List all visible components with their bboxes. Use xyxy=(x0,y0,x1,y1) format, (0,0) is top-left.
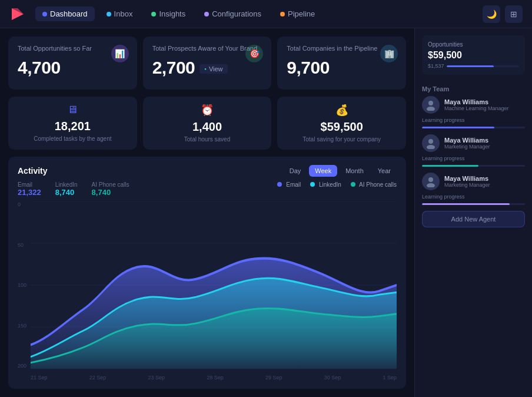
svg-point-10 xyxy=(427,145,435,149)
progress-bar-0 xyxy=(422,127,525,128)
sidebar-opportunities: Opportunities $59,500 $1,537 xyxy=(422,35,525,78)
stats-row: Total Opportunities so Far 4,700 📊 Total… xyxy=(8,37,406,90)
team-person-row-2: Maya Williams Marketing Manager xyxy=(422,173,525,190)
logo-icon xyxy=(9,6,26,22)
nav-item-insights[interactable]: Insights xyxy=(144,6,192,21)
progress-bar-1 xyxy=(422,165,525,167)
y-axis-labels: 200 150 100 50 0 xyxy=(18,201,31,369)
sidebar: Opportunities $59,500 $1,537 My Team xyxy=(414,28,532,397)
nav-dot-pipeline xyxy=(280,12,285,16)
svg-point-12 xyxy=(427,183,435,187)
period-day[interactable]: Day xyxy=(284,165,307,177)
team-info-0: Maya Williams Machine Learning Manager xyxy=(444,98,525,111)
nav-item-dashboard[interactable]: Dashboard xyxy=(35,6,95,21)
avatar-0 xyxy=(422,96,440,114)
stat-card-opportunities: Total Opportunities so Far 4,700 📊 xyxy=(8,37,137,90)
act-stat-phone: AI Phone calls 8,740 xyxy=(92,181,129,197)
svg-point-7 xyxy=(428,101,433,105)
theme-toggle-button[interactable]: 🌙 xyxy=(483,5,500,23)
my-team-section: My Team Maya Williams Machine Learning M… xyxy=(422,85,525,227)
x-axis-labels: 21 Sep 22 Sep 23 Sep 28 Sep 29 Sep 30 Se… xyxy=(31,375,397,381)
legend-linkedin: LinkedIn xyxy=(310,181,341,188)
opp-card: Opportunities $59,500 $1,537 xyxy=(422,35,525,75)
nav-item-pipeline[interactable]: Pipeline xyxy=(273,6,322,21)
stat-card-prospects: Total Prospects Aware of Your Brand 2,70… xyxy=(143,37,272,90)
metric-tasks: 🖥 18,201 Completed tasks by the agent xyxy=(8,97,137,150)
nav-dot-dashboard xyxy=(42,12,47,16)
team-person-row-0: Maya Williams Machine Learning Manager xyxy=(422,96,525,114)
tasks-icon: 🖥 xyxy=(67,104,78,116)
nav-dot-configurations xyxy=(204,12,209,16)
period-week[interactable]: Week xyxy=(309,165,337,177)
view-button[interactable]: View xyxy=(200,64,227,74)
opportunities-icon: 📊 xyxy=(111,45,129,62)
content-area: Total Opportunities so Far 4,700 📊 Total… xyxy=(0,28,414,397)
team-item-1: Maya Williams Marketing Manager Learning… xyxy=(422,134,525,167)
avatar-1 xyxy=(422,134,440,152)
period-year[interactable]: Year xyxy=(372,165,397,177)
savings-icon: 💰 xyxy=(335,104,348,117)
metrics-row: 🖥 18,201 Completed tasks by the agent ⏰ … xyxy=(8,97,406,150)
svg-point-11 xyxy=(428,177,433,182)
legend-phone: AI Phone calls xyxy=(351,181,397,188)
team-info-2: Maya Williams Marketing Manager xyxy=(444,175,525,188)
team-info-1: Maya Williams Marketing Manager xyxy=(444,137,525,150)
opp-row: $1,537 xyxy=(428,63,519,69)
notifications-button[interactable]: ⊞ xyxy=(505,5,523,23)
act-stat-email: Email 21,322 xyxy=(18,181,41,197)
period-month[interactable]: Month xyxy=(340,165,370,177)
team-person-row-1: Maya Williams Marketing Manager xyxy=(422,134,525,152)
progress-bar-2 xyxy=(422,203,525,205)
activity-header: Activity Day Week Month Year xyxy=(18,165,397,177)
nav-dot-insights xyxy=(151,12,156,16)
nav-dot-inbox xyxy=(107,12,111,16)
chart-area: 200 150 100 50 0 xyxy=(18,201,397,381)
add-agent-button[interactable]: Add New Agent xyxy=(422,211,525,227)
avatar-2 xyxy=(422,173,440,190)
stat-card-companies: Total Companies in the Pipeline 9,700 🏢 xyxy=(277,37,406,90)
act-stat-linkedin: LinkedIn 8,740 xyxy=(55,181,78,197)
nav-item-configurations[interactable]: Configurations xyxy=(197,6,268,21)
metric-hours: ⏰ 1,400 Total hours saved xyxy=(143,97,272,150)
chart-legend: Email LinkedIn AI Phone calls xyxy=(277,181,397,188)
team-item-2: Maya Williams Marketing Manager Learning… xyxy=(422,173,525,205)
activity-stats: Email 21,322 LinkedIn 8,740 AI Phone cal… xyxy=(18,181,129,197)
period-buttons: Day Week Month Year xyxy=(284,165,397,177)
activity-card: Activity Day Week Month Year Email 21,32… xyxy=(8,157,406,389)
my-team-title: My Team xyxy=(422,85,525,92)
navbar: Dashboard Inbox Insights Configurations … xyxy=(0,0,532,28)
legend-email: Email xyxy=(277,181,301,188)
svg-point-8 xyxy=(427,107,435,111)
team-item-0: Maya Williams Machine Learning Manager L… xyxy=(422,96,525,128)
main-layout: Total Opportunities so Far 4,700 📊 Total… xyxy=(0,28,532,397)
opp-progress-bar xyxy=(447,65,519,67)
hours-icon: ⏰ xyxy=(201,104,214,117)
metric-savings: 💰 $59,500 Total saving for your company xyxy=(277,97,406,150)
nav-item-inbox[interactable]: Inbox xyxy=(99,6,140,21)
svg-point-9 xyxy=(428,139,433,144)
companies-icon: 🏢 xyxy=(380,45,398,62)
activity-title: Activity xyxy=(18,166,48,176)
